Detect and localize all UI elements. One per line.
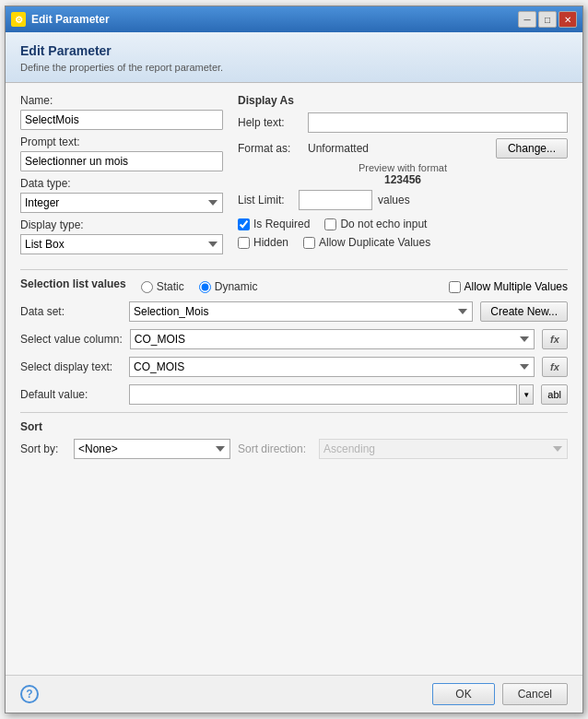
close-button[interactable]: ✕ <box>559 11 577 28</box>
titlebar-icon: ⚙ <box>11 12 26 27</box>
select-display-text-row: Select display text: CO_MOIS fx <box>20 357 568 377</box>
data-set-select[interactable]: Selection_Mois <box>129 301 473 322</box>
cancel-button[interactable]: Cancel <box>502 683 568 705</box>
sort-title: Sort <box>20 420 568 433</box>
allow-multiple-checkbox-label[interactable]: Allow Multiple Values <box>449 280 569 293</box>
display-type-label: Display type: <box>20 218 223 231</box>
footer-buttons: OK Cancel <box>432 683 568 705</box>
header-title: Edit Parameter <box>20 43 568 58</box>
allow-multiple-label: Allow Multiple Values <box>465 280 569 293</box>
data-type-label: Data type: <box>20 177 223 190</box>
is-required-checkbox[interactable] <box>238 218 250 230</box>
top-section: Name: Prompt text: Data type: Integer St… <box>20 94 568 262</box>
radio-row: Static Dynamic Allow Multiple Values <box>141 280 568 293</box>
checkboxes-row-1: Is Required Do not echo input <box>238 218 568 230</box>
static-radio-label[interactable]: Static <box>141 280 184 293</box>
select-value-col-select[interactable]: CO_MOIS <box>130 329 535 349</box>
sort-section: Sort Sort by: <None> Sort direction: Asc… <box>20 420 568 459</box>
default-value-row: Default value: ▼ abl <box>20 384 568 405</box>
content-area: Name: Prompt text: Data type: Integer St… <box>6 83 582 675</box>
ok-button[interactable]: OK <box>432 683 494 705</box>
dynamic-radio[interactable] <box>199 281 211 293</box>
left-column: Name: Prompt text: Data type: Integer St… <box>20 94 223 262</box>
sort-direction-select[interactable]: Ascending Descending <box>319 439 568 459</box>
name-label: Name: <box>20 94 223 107</box>
preview-row: Preview with format 123456 <box>238 162 568 186</box>
allow-duplicate-checkbox[interactable] <box>303 237 315 249</box>
sort-row: Sort by: <None> Sort direction: Ascendin… <box>20 439 568 459</box>
default-value-dropdown-button[interactable]: ▼ <box>519 384 534 405</box>
sort-by-label: Sort by: <box>20 442 66 455</box>
prompt-input[interactable] <box>20 151 223 171</box>
display-as-section: Display As Help text: Format as: Unforma… <box>238 94 568 254</box>
hidden-checkbox-label[interactable]: Hidden <box>238 236 288 249</box>
preview-value: 123456 <box>238 173 568 186</box>
data-type-select[interactable]: Integer String Float Boolean Date <box>20 193 223 213</box>
format-as-value: Unformatted <box>308 142 490 155</box>
allow-duplicate-checkbox-label[interactable]: Allow Duplicate Values <box>303 236 430 249</box>
data-set-row: Data set: Selection_Mois Create New... <box>20 301 568 322</box>
format-as-label: Format as: <box>238 142 302 155</box>
prompt-label: Prompt text: <box>20 136 223 148</box>
name-input[interactable] <box>20 110 223 130</box>
list-limit-label: List Limit: <box>238 194 293 206</box>
sort-by-select[interactable]: <None> <box>74 439 230 459</box>
select-display-label: Select display text: <box>20 360 122 373</box>
display-as-title: Display As <box>238 94 568 107</box>
help-text-input[interactable] <box>308 112 568 133</box>
do-not-echo-checkbox[interactable] <box>324 218 336 230</box>
titlebar-title: ⚙ Edit Parameter <box>11 12 110 27</box>
do-not-echo-checkbox-label[interactable]: Do not echo input <box>324 218 427 230</box>
footer: ? OK Cancel <box>6 675 582 713</box>
header-section: Edit Parameter Define the properties of … <box>6 32 582 83</box>
help-text-label: Help text: <box>238 116 302 129</box>
select-display-fx-button[interactable]: fx <box>542 357 568 377</box>
divider-2 <box>20 412 568 413</box>
help-text-row: Help text: <box>238 112 568 133</box>
preview-label: Preview with format <box>238 162 568 173</box>
allow-duplicate-label: Allow Duplicate Values <box>319 236 430 249</box>
select-value-col-fx-button[interactable]: fx <box>542 329 568 349</box>
minimize-button[interactable]: ─ <box>518 11 536 28</box>
select-display-select[interactable]: CO_MOIS <box>129 357 535 377</box>
divider-1 <box>20 269 568 270</box>
selection-list-title: Selection list values <box>20 277 126 290</box>
abl-button[interactable]: abl <box>541 384 568 405</box>
default-value-input-wrap: ▼ <box>129 384 534 405</box>
selection-list-section: Selection list values Static Dynamic All… <box>20 277 568 296</box>
hidden-label: Hidden <box>253 236 288 249</box>
dynamic-label: Dynamic <box>215 280 258 293</box>
dynamic-radio-label[interactable]: Dynamic <box>199 280 258 293</box>
hidden-checkbox[interactable] <box>238 237 250 249</box>
sort-direction-label: Sort direction: <box>238 442 312 455</box>
default-value-input[interactable] <box>129 384 517 405</box>
do-not-echo-label: Do not echo input <box>340 218 427 230</box>
is-required-label: Is Required <box>253 218 310 230</box>
create-new-button[interactable]: Create New... <box>480 301 568 322</box>
static-label: Static <box>157 280 184 293</box>
format-as-row: Format as: Unformatted Change... <box>238 138 568 159</box>
select-value-column-row: Select value column: CO_MOIS fx <box>20 329 568 349</box>
display-type-select[interactable]: List Box Drop Down Text Box Radio Button… <box>20 234 223 254</box>
change-format-button[interactable]: Change... <box>496 138 568 159</box>
list-limit-input[interactable] <box>299 190 372 210</box>
allow-multiple-checkbox[interactable] <box>449 281 461 293</box>
header-subtitle: Define the properties of the report para… <box>20 62 568 73</box>
data-set-label: Data set: <box>20 305 122 318</box>
list-limit-unit: values <box>378 194 410 206</box>
checkboxes-row-2: Hidden Allow Duplicate Values <box>238 236 568 249</box>
edit-parameter-window: ⚙ Edit Parameter ─ □ ✕ Edit Parameter De… <box>5 6 583 713</box>
static-radio[interactable] <box>141 281 153 293</box>
list-limit-row: List Limit: values <box>238 190 568 210</box>
titlebar: ⚙ Edit Parameter ─ □ ✕ <box>6 6 582 32</box>
default-value-label: Default value: <box>20 388 122 401</box>
titlebar-controls: ─ □ ✕ <box>518 11 577 28</box>
maximize-button[interactable]: □ <box>538 11 557 28</box>
select-value-col-label: Select value column: <box>20 333 123 346</box>
help-button[interactable]: ? <box>20 685 39 703</box>
is-required-checkbox-label[interactable]: Is Required <box>238 218 310 230</box>
